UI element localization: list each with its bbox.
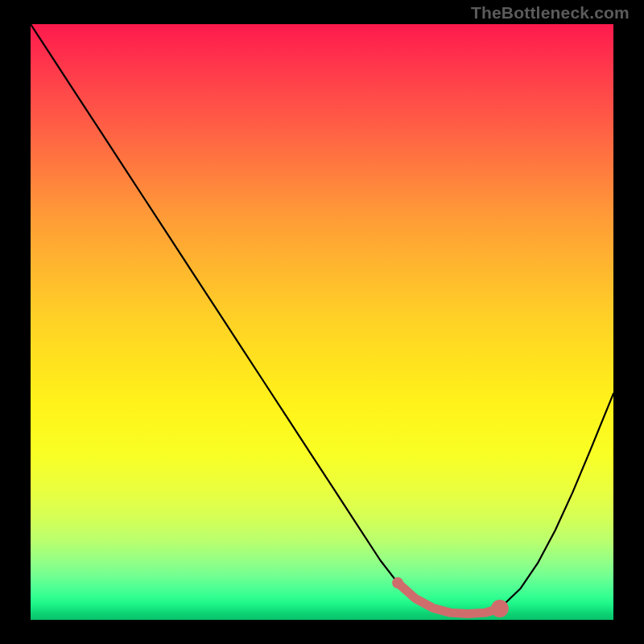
chart-frame: TheBottleneck.com (0, 0, 644, 644)
bottleneck-curve-path (31, 24, 613, 614)
left-dot-marker (392, 577, 403, 588)
plot-area (31, 24, 613, 620)
right-dot-marker (491, 600, 509, 617)
chart-svg (31, 24, 613, 620)
optimal-segment-path (398, 583, 500, 613)
watermark-text: TheBottleneck.com (471, 3, 630, 23)
